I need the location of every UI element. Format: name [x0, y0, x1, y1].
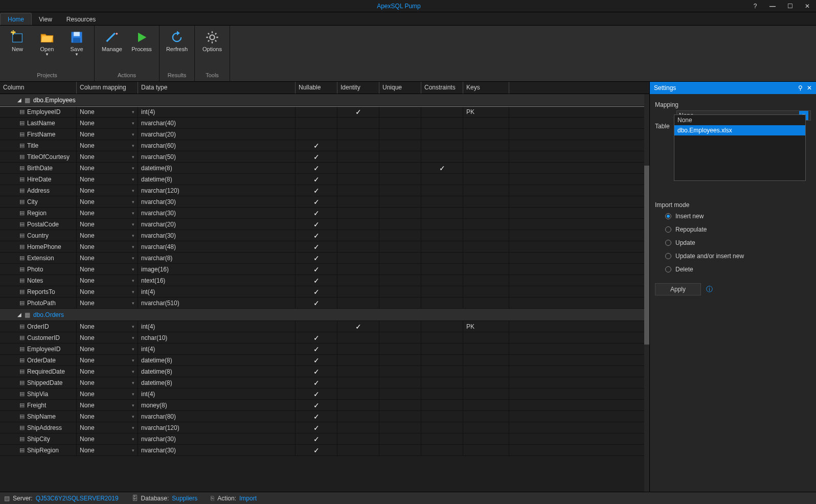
chevron-down-icon[interactable]: ▾ [132, 425, 134, 430]
cell-column-mapping[interactable]: None▾ [77, 208, 138, 218]
cell-column-mapping[interactable]: None▾ [77, 388, 138, 399]
chevron-down-icon[interactable]: ▾ [132, 211, 134, 216]
chevron-down-icon[interactable]: ▾ [132, 177, 134, 182]
chevron-down-icon[interactable]: ▾ [132, 437, 134, 442]
close-button[interactable]: ✕ [799, 3, 816, 10]
column-header[interactable]: Column mapping [77, 82, 138, 94]
chevron-down-icon[interactable]: ▾ [132, 347, 134, 352]
chevron-down-icon[interactable]: ▾ [132, 380, 134, 385]
chevron-down-icon[interactable]: ▾ [132, 199, 134, 204]
table-row[interactable]: ▤PostalCodeNone▾nvarchar(20)✓ [0, 219, 649, 230]
chevron-down-icon[interactable]: ▾ [132, 392, 134, 397]
cell-column-mapping[interactable]: None▾ [77, 118, 138, 128]
table-row[interactable]: ▤ExtensionNone▾nvarchar(8)✓ [0, 253, 649, 264]
mapping-dropdown-list[interactable]: None dbo.Employees.xlsx [674, 114, 806, 181]
table-row[interactable]: ▤HireDateNone▾datetime(8)✓ [0, 174, 649, 185]
table-row[interactable]: ▤ShipNameNone▾nvarchar(80)✓ [0, 411, 649, 422]
table-row[interactable]: ▤RegionNone▾nvarchar(30)✓ [0, 208, 649, 219]
radio-dot[interactable] [665, 240, 671, 246]
chevron-down-icon[interactable]: ▾ [132, 414, 134, 419]
table-row[interactable]: ▤PhotoPathNone▾nvarchar(510)✓ [0, 297, 649, 309]
table-row[interactable]: ▤BirthDateNone▾datetime(8)✓✓ [0, 163, 649, 174]
table-row[interactable]: ▤LastNameNone▾nvarchar(40) [0, 118, 649, 129]
table-row[interactable]: ▤EmployeeIDNone▾int(4)✓PK [0, 106, 649, 118]
cell-column-mapping[interactable]: None▾ [77, 241, 138, 252]
cell-column-mapping[interactable]: None▾ [77, 400, 138, 410]
mapping-option-none[interactable]: None [674, 115, 805, 125]
cell-column-mapping[interactable]: None▾ [77, 286, 138, 297]
chevron-down-icon[interactable]: ▾ [132, 278, 134, 283]
import-mode-radio[interactable]: Insert new [655, 210, 811, 223]
chevron-down-icon[interactable]: ▾ [132, 448, 134, 453]
table-row[interactable]: ▤ShipCityNone▾nvarchar(30)✓ [0, 433, 649, 445]
chevron-down-icon[interactable]: ▾ [132, 324, 134, 329]
table-row[interactable]: ▤ShippedDateNone▾datetime(8)✓ [0, 377, 649, 388]
grid-body[interactable]: ◢▦dbo.Employees▤EmployeeIDNone▾int(4)✓PK… [0, 94, 649, 492]
close-panel-icon[interactable]: ✕ [807, 84, 812, 91]
chevron-down-icon[interactable]: ▾ [132, 244, 134, 249]
table-row[interactable]: ▤TitleNone▾nvarchar(60)✓ [0, 140, 649, 151]
open-button[interactable]: Open▼ [33, 28, 61, 58]
chevron-down-icon[interactable]: ▾ [132, 154, 134, 159]
manage-button[interactable]: Manage [98, 28, 126, 54]
pin-icon[interactable]: ⚲ [798, 84, 803, 91]
chevron-down-icon[interactable]: ▾ [132, 188, 134, 193]
table-row[interactable]: ▤EmployeeIDNone▾int(4)✓ [0, 343, 649, 355]
table-row[interactable]: ▤PhotoNone▾image(16)✓ [0, 264, 649, 275]
chevron-down-icon[interactable]: ▾ [132, 358, 134, 363]
column-header[interactable]: Constraints [421, 82, 463, 94]
cell-column-mapping[interactable]: None▾ [77, 297, 138, 308]
table-row[interactable]: ▤CountryNone▾nvarchar(30)✓ [0, 230, 649, 241]
vertical-scrollbar[interactable] [644, 94, 649, 492]
import-mode-radio[interactable]: Delete [655, 263, 811, 276]
table-row[interactable]: ▤TitleOfCourtesyNone▾nvarchar(50)✓ [0, 151, 649, 163]
column-header[interactable]: Column [0, 82, 77, 94]
mapping-option-file[interactable]: dbo.Employees.xlsx [674, 125, 805, 135]
cell-column-mapping[interactable]: None▾ [77, 230, 138, 241]
radio-dot[interactable] [665, 213, 671, 219]
cell-column-mapping[interactable]: None▾ [77, 264, 138, 274]
table-row[interactable]: ▤ReportsToNone▾int(4)✓ [0, 286, 649, 297]
cell-column-mapping[interactable]: None▾ [77, 355, 138, 365]
save-button[interactable]: Save▼ [62, 28, 91, 58]
cell-column-mapping[interactable]: None▾ [77, 366, 138, 377]
table-row[interactable]: ▤OrderIDNone▾int(4)✓PK [0, 321, 649, 332]
radio-dot[interactable] [665, 253, 671, 259]
tab-view[interactable]: View [32, 13, 59, 25]
cell-column-mapping[interactable]: None▾ [77, 106, 138, 117]
cell-column-mapping[interactable]: None▾ [77, 253, 138, 263]
cell-column-mapping[interactable]: None▾ [77, 163, 138, 173]
chevron-down-icon[interactable]: ▾ [132, 403, 134, 408]
refresh-button[interactable]: Rerfresh [163, 28, 191, 54]
cell-column-mapping[interactable]: None▾ [77, 174, 138, 185]
table-row[interactable]: ▤ShipAddressNone▾nvarchar(120)✓ [0, 422, 649, 433]
table-row[interactable]: ▤OrderDateNone▾datetime(8)✓ [0, 355, 649, 366]
cell-column-mapping[interactable]: None▾ [77, 219, 138, 230]
table-row[interactable]: ▤ShipViaNone▾int(4)✓ [0, 388, 649, 400]
chevron-down-icon[interactable]: ▾ [132, 109, 134, 114]
chevron-down-icon[interactable]: ▼ [75, 53, 79, 56]
process-button[interactable]: Process [127, 28, 156, 54]
chevron-down-icon[interactable]: ▼ [45, 53, 49, 56]
cell-column-mapping[interactable]: None▾ [77, 151, 138, 162]
chevron-down-icon[interactable]: ▾ [132, 143, 134, 148]
import-mode-radio[interactable]: Repopulate [655, 223, 811, 236]
table-group-row[interactable]: ◢▦dbo.Orders [0, 309, 649, 321]
help-button[interactable]: ? [746, 3, 764, 10]
collapse-icon[interactable]: ◢ [17, 312, 21, 317]
table-row[interactable]: ▤ShipRegionNone▾nvarchar(30)✓ [0, 445, 649, 456]
chevron-down-icon[interactable]: ▾ [132, 267, 134, 272]
chevron-down-icon[interactable]: ▾ [132, 121, 134, 126]
table-row[interactable]: ▤FirstNameNone▾nvarchar(20) [0, 129, 649, 140]
tab-resources[interactable]: Resources [59, 13, 103, 25]
cell-column-mapping[interactable]: None▾ [77, 275, 138, 286]
radio-dot[interactable] [665, 226, 671, 233]
import-mode-radio[interactable]: Update and/or insert new [655, 249, 811, 263]
options-button[interactable]: Options [198, 28, 226, 54]
chevron-down-icon[interactable]: ▾ [132, 369, 134, 374]
column-header[interactable]: Keys [463, 82, 509, 94]
column-header[interactable]: Nullable [296, 82, 337, 94]
cell-column-mapping[interactable]: None▾ [77, 445, 138, 455]
chevron-down-icon[interactable]: ▾ [132, 289, 134, 294]
table-row[interactable]: ▤NotesNone▾ntext(16)✓ [0, 275, 649, 286]
